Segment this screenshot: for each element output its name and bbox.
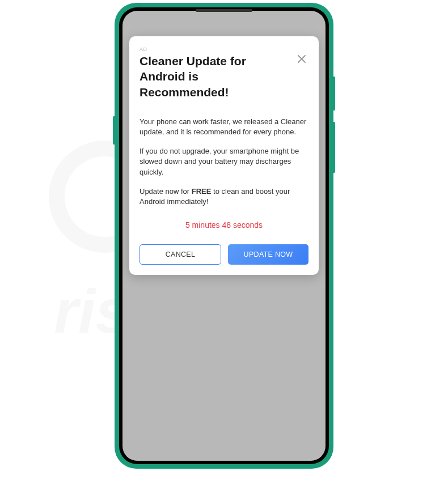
modal-paragraph-1: Your phone can work faster, we released … — [140, 117, 308, 137]
modal-paragraph-2: If you do not upgrade, your smartphone m… — [140, 146, 308, 177]
phone-screen: AD Cleaner Update for Android is Recomme… — [122, 11, 326, 461]
popup-modal: AD Cleaner Update for Android is Recomme… — [129, 36, 319, 275]
close-icon — [298, 55, 306, 63]
modal-title: Cleaner Update for Android is Recommende… — [140, 53, 295, 100]
close-button[interactable] — [295, 52, 308, 66]
modal-paragraph-3: Update now for FREE to clean and boost y… — [140, 186, 308, 207]
phone-speaker-notch — [196, 9, 252, 12]
ad-label: AD — [140, 46, 308, 52]
phone-bezel: AD Cleaner Update for Android is Recomme… — [119, 7, 329, 464]
modal-body: Your phone can work faster, we released … — [140, 117, 308, 265]
text-before-free: Update now for — [140, 187, 192, 196]
modal-header: Cleaner Update for Android is Recommende… — [140, 53, 308, 100]
phone-volume-down — [333, 122, 335, 173]
free-bold-text: FREE — [192, 187, 212, 196]
countdown-timer: 5 minutes 48 seconds — [140, 220, 308, 230]
update-now-button[interactable]: UPDATE NOW — [228, 244, 308, 265]
cancel-button[interactable]: CANCEL — [140, 244, 221, 265]
modal-button-row: CANCEL UPDATE NOW — [140, 244, 308, 265]
phone-volume-up — [333, 77, 335, 111]
phone-device-frame: AD Cleaner Update for Android is Recomme… — [115, 3, 333, 469]
phone-power-button — [113, 116, 115, 145]
